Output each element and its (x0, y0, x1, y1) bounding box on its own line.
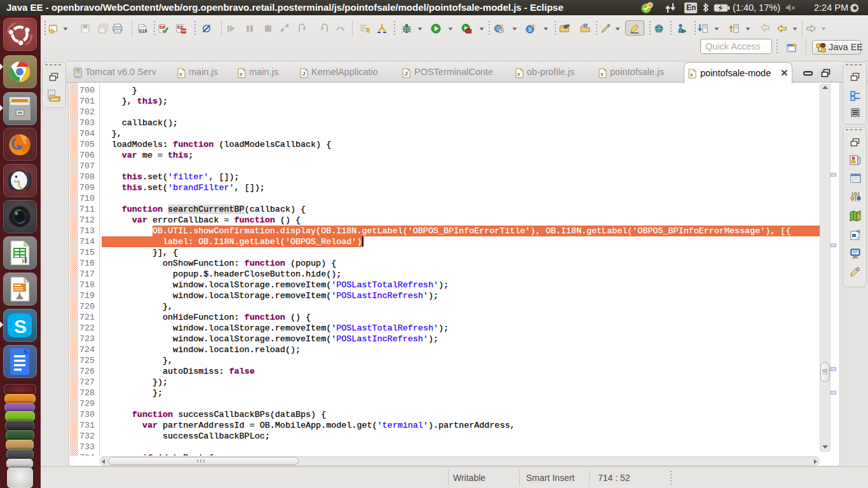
svg-text:JS: JS (178, 25, 182, 29)
svg-text:s: s (600, 71, 604, 77)
svg-text:s: s (517, 71, 520, 77)
svg-text:010: 010 (139, 27, 147, 33)
svg-text:J: J (302, 71, 306, 77)
svg-text:s: s (690, 72, 693, 78)
svg-text:JS: JS (160, 25, 164, 29)
svg-text:S: S (528, 25, 532, 32)
svg-text:J: J (405, 71, 408, 77)
svg-text:s: s (240, 71, 243, 77)
svg-text:s: s (179, 71, 182, 77)
svg-text:S: S (14, 316, 27, 337)
